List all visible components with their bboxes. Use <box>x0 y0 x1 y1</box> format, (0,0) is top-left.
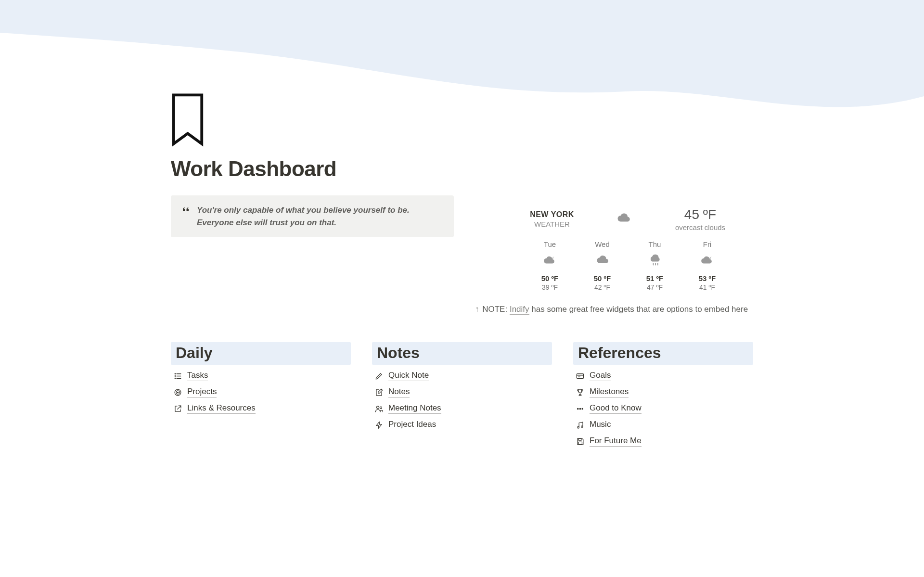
card-icon <box>575 371 585 381</box>
svg-point-23 <box>581 425 583 427</box>
section-heading[interactable]: Notes <box>372 342 552 365</box>
page-link-label: Tasks <box>187 371 208 381</box>
weather-city: NEW YORK <box>528 210 576 219</box>
weather-current-temp: 45 ºF <box>671 207 729 222</box>
svg-point-6 <box>175 373 176 374</box>
page-link[interactable]: Links & Resources <box>171 402 351 415</box>
forecast-day-name: Fri <box>685 240 729 248</box>
arrow-up-icon: ↑ <box>475 305 479 314</box>
page-link-label: Milestones <box>590 387 629 397</box>
people-icon <box>374 404 384 413</box>
target-icon <box>173 387 182 397</box>
forecast-low: 41 ºF <box>685 283 729 291</box>
forecast-day: Fri53 ºF41 ºF <box>685 240 729 291</box>
forecast-day: Wed50 ºF42 ºF <box>580 240 624 291</box>
page-link[interactable]: Projects <box>171 386 351 398</box>
page-link-label: Project Ideas <box>388 420 436 430</box>
section-column: DailyTasksProjectsLinks & Resources <box>171 342 351 448</box>
svg-point-13 <box>376 406 379 408</box>
forecast-day-name: Thu <box>633 240 677 248</box>
svg-point-20 <box>579 408 581 410</box>
quote-callout[interactable]: You're only capable of what you believe … <box>171 195 454 237</box>
forecast-day-name: Tue <box>528 240 572 248</box>
forecast-high: 53 ºF <box>685 274 729 282</box>
forecast-high: 51 ºF <box>633 274 677 282</box>
trophy-icon <box>575 387 585 397</box>
section-column: ReferencesGoalsMilestonesGood to KnowMus… <box>573 342 753 448</box>
section-heading[interactable]: Daily <box>171 342 351 365</box>
page-icon-bookmark[interactable] <box>169 91 753 151</box>
cloud-icon <box>580 253 624 269</box>
edit-icon <box>374 387 384 397</box>
svg-rect-15 <box>577 373 583 378</box>
external-icon <box>173 404 182 413</box>
svg-point-14 <box>380 407 382 409</box>
note-prefix: NOTE: <box>482 305 510 314</box>
page-title[interactable]: Work Dashboard <box>171 157 753 181</box>
page-link-label: Links & Resources <box>187 403 256 414</box>
page-link-label: Projects <box>187 387 217 397</box>
section-heading[interactable]: References <box>573 342 753 365</box>
forecast-low: 42 ºF <box>580 283 624 291</box>
svg-point-21 <box>581 408 583 410</box>
page-link[interactable]: Tasks <box>171 370 351 382</box>
forecast-day: Tue50 ºF39 ºF <box>528 240 572 291</box>
page-link[interactable]: Notes <box>372 386 552 398</box>
page-link-label: Music <box>590 420 611 430</box>
page-link[interactable]: Meeting Notes <box>372 402 552 415</box>
page-link[interactable]: Music <box>573 419 753 431</box>
page-link-label: For Future Me <box>590 436 642 447</box>
forecast-day-name: Wed <box>580 240 624 248</box>
music-icon <box>575 420 585 430</box>
svg-rect-24 <box>578 438 581 440</box>
svg-point-7 <box>175 375 176 376</box>
note-suffix: has some great free widgets that are opt… <box>529 305 748 314</box>
page-link[interactable]: Goals <box>573 370 753 382</box>
widget-note: ↑ NOTE: Indify has some great free widge… <box>475 305 753 314</box>
svg-point-19 <box>577 408 578 410</box>
page-link-label: Good to Know <box>590 403 642 414</box>
weather-current-desc: overcast clouds <box>671 223 729 231</box>
page-link-label: Notes <box>388 387 410 397</box>
svg-line-12 <box>177 406 180 409</box>
weather-widget: NEW YORK WEATHER 45 ºF overcast clouds T… <box>475 207 753 291</box>
page-link-label: Quick Note <box>388 371 429 381</box>
section-column: NotesQuick NoteNotesMeeting NotesProject… <box>372 342 552 448</box>
quote-text: You're only capable of what you believe … <box>197 204 443 229</box>
page-link-label: Goals <box>590 371 611 381</box>
forecast-day: Thu51 ºF47 ºF <box>633 240 677 291</box>
svg-point-8 <box>175 378 176 379</box>
cloud-icon <box>685 253 729 269</box>
save-icon <box>575 436 585 446</box>
cloud-icon <box>633 253 677 269</box>
quote-icon <box>181 205 190 229</box>
weather-label: WEATHER <box>528 220 576 228</box>
pencil-icon <box>374 371 384 381</box>
page-link[interactable]: Good to Know <box>573 402 753 415</box>
indify-link[interactable]: Indify <box>510 305 529 315</box>
dots-icon <box>575 404 585 413</box>
svg-rect-25 <box>578 442 582 445</box>
forecast-high: 50 ºF <box>528 274 572 282</box>
forecast-low: 39 ºF <box>528 283 572 291</box>
forecast-high: 50 ºF <box>580 274 624 282</box>
cloud-icon <box>528 253 572 269</box>
page-link[interactable]: Milestones <box>573 386 753 398</box>
lightning-icon <box>374 420 384 430</box>
svg-point-22 <box>577 426 579 428</box>
list-icon <box>173 371 182 381</box>
svg-point-11 <box>177 392 178 393</box>
page-link[interactable]: Project Ideas <box>372 419 552 431</box>
page-link[interactable]: Quick Note <box>372 370 552 382</box>
forecast-low: 47 ºF <box>633 283 677 291</box>
page-link[interactable]: For Future Me <box>573 435 753 448</box>
weather-current-icon <box>616 211 631 228</box>
page-link-label: Meeting Notes <box>388 403 441 414</box>
